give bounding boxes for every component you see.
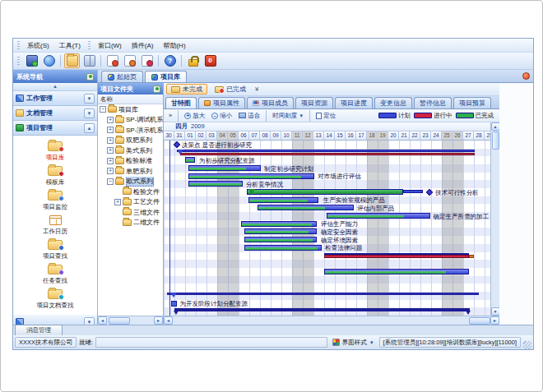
gantt-milestone-mark[interactable] — [174, 141, 180, 148]
gantt-tri-mark[interactable] — [177, 150, 183, 154]
tree-expand-plus-icon[interactable]: + — [107, 168, 114, 174]
gantt-horizontal-scrollbar[interactable]: ◄ ► — [164, 316, 499, 325]
tree-expand-plus-icon[interactable]: + — [107, 137, 114, 144]
gantt-bar-task[interactable] — [258, 205, 354, 210]
gantt-bar-task[interactable] — [185, 157, 195, 163]
gantt-tri-mark[interactable] — [170, 293, 177, 297]
chevron-down-icon[interactable]: ▼ — [84, 108, 95, 118]
sidebar-group-0[interactable]: 工作管理▼ — [13, 91, 97, 106]
tree-item[interactable]: 三维文件 — [98, 207, 163, 218]
sidebar-item-2[interactable]: 项目监控 — [16, 189, 94, 211]
scroll-thumb[interactable] — [469, 317, 490, 325]
gantt-vertical-scrollbar[interactable]: ▲ ▼ — [490, 122, 499, 316]
chevron-down-icon[interactable]: ▼ — [84, 94, 95, 104]
gantt-bar-plan[interactable] — [403, 190, 422, 193]
gantt-down-arrow-mark[interactable] — [248, 189, 255, 195]
locate-button[interactable]: 定位 — [313, 110, 338, 121]
tree-item[interactable]: +工艺文件 — [98, 197, 163, 208]
scroll-thumb[interactable] — [492, 131, 499, 150]
gantt-bar-summary[interactable] — [174, 308, 470, 311]
view-tab-7[interactable]: 项目预算 — [453, 97, 491, 108]
gantt-bar-done[interactable] — [247, 189, 403, 195]
sidebar-item-4[interactable]: 项目查找 — [16, 238, 94, 261]
tree-item[interactable]: −项目库 — [98, 104, 163, 115]
menu-item-0[interactable]: 系统(S) — [22, 40, 54, 51]
gantt-bar-task[interactable] — [241, 221, 317, 227]
zoom-out-button[interactable]: - 缩小 — [209, 110, 234, 121]
sidebar-item-0[interactable]: 项目库 — [16, 140, 94, 162]
view-tab-4[interactable]: 项目进度 — [335, 97, 373, 108]
windows-button[interactable] — [81, 53, 97, 68]
zoom-in-button[interactable]: + 放大 — [182, 110, 207, 121]
gantt-bar-task[interactable] — [188, 165, 261, 171]
tree-horizontal-scrollbar[interactable]: ◄ ► — [98, 316, 163, 325]
tree-item[interactable]: 检验文件 — [98, 187, 163, 197]
gantt-bar-task[interactable] — [244, 245, 323, 251]
gantt-bar-red[interactable] — [324, 255, 469, 258]
tree-expand-plus-icon[interactable]: + — [107, 117, 114, 123]
filter-finished-button[interactable]: 已完成 — [210, 84, 251, 95]
gantt-bar-task[interactable] — [324, 269, 469, 274]
exit-button[interactable]: 0 — [202, 53, 218, 68]
view-tab-2[interactable]: 项目成员 — [247, 97, 294, 108]
gantt-bar-task[interactable] — [248, 197, 319, 203]
tab-0[interactable]: 起始页 — [101, 71, 143, 82]
help-button[interactable]: ? — [162, 53, 178, 68]
scroll-right-icon[interactable]: ► — [154, 316, 163, 325]
tree-expand-plus-icon[interactable]: + — [114, 199, 121, 205]
close-tab-icon[interactable] — [522, 72, 530, 80]
tab-1[interactable]: 项目库 — [145, 71, 187, 82]
tree-item[interactable]: +检验标准 — [98, 156, 163, 167]
scroll-up-icon[interactable]: ▲ — [491, 122, 500, 131]
scroll-left-icon[interactable]: ◄ — [164, 316, 173, 325]
scroll-down-icon[interactable]: ▼ — [491, 307, 500, 316]
ui-style-dropdown[interactable]: 界面样式 ▼ — [330, 337, 377, 348]
tree-expand-plus-icon[interactable]: + — [107, 147, 114, 154]
gantt-bar-task[interactable] — [188, 181, 243, 187]
menu-item-2[interactable]: 窗口(W) — [93, 40, 127, 51]
filter-unfinished-button[interactable]: 未完成 — [166, 84, 207, 95]
scroll-right-icon[interactable]: ► — [490, 316, 499, 325]
scroll-thumb[interactable] — [109, 317, 130, 325]
menu-item-4[interactable]: 帮助(H) — [158, 40, 190, 51]
gantt-bar-task[interactable] — [188, 173, 314, 179]
tree-expand-minus-icon[interactable]: − — [107, 178, 114, 185]
report-delete-button[interactable] — [139, 53, 155, 68]
gantt-bar-task[interactable] — [327, 213, 430, 219]
tree-item[interactable]: +美式系列 — [98, 145, 163, 156]
gantt-bar-task[interactable] — [244, 237, 317, 242]
filter-symbol[interactable]: ¥ — [255, 85, 258, 93]
tree-item[interactable]: +SP-演示机系 — [98, 125, 163, 136]
scroll-left-icon[interactable]: ◄ — [98, 316, 107, 325]
system-button[interactable] — [24, 53, 39, 68]
view-tab-6[interactable]: 暂停信息 — [414, 97, 452, 108]
gantt-bar-plan[interactable] — [177, 150, 476, 152]
tree-expand-plus-icon[interactable]: + — [107, 158, 114, 164]
gantt-bar-red[interactable] — [180, 153, 476, 155]
report-modify-button[interactable] — [122, 53, 137, 68]
lock-button[interactable] — [185, 53, 201, 68]
tree-item[interactable]: 二维文件 — [98, 218, 163, 228]
tree-item[interactable]: −欧式系列 — [98, 177, 163, 187]
resize-grip[interactable] — [523, 341, 531, 349]
sidebar-item-1[interactable]: 模板库 — [16, 164, 94, 187]
gantt-milestone-mark[interactable] — [426, 189, 433, 196]
sidebar-group-clipped[interactable]: ▼ — [13, 315, 97, 325]
tree-expand-minus-icon[interactable]: − — [100, 106, 106, 113]
menu-item-1[interactable]: 工具(T) — [54, 40, 86, 51]
gantt-square-mark[interactable] — [171, 301, 177, 307]
sidebar-item-3[interactable]: 工作日历 — [16, 214, 94, 236]
tree-item[interactable]: +单肥系列 — [98, 166, 163, 177]
folder-button[interactable] — [64, 53, 80, 68]
sidebar-collapse-strip[interactable]: ▲ — [13, 83, 97, 91]
pin-icon[interactable] — [153, 85, 160, 93]
sidebar-item-6[interactable]: 项目文档查找 — [16, 288, 94, 310]
view-tab-1[interactable]: 项目属性 — [198, 97, 245, 108]
fit-button[interactable]: 适合 — [236, 110, 262, 121]
view-tab-3[interactable]: 项目资源 — [295, 97, 333, 108]
chevron-down-icon[interactable]: ▼ — [84, 317, 95, 325]
view-tab-5[interactable]: 变更信息 — [374, 97, 412, 108]
toolbar-overflow-button[interactable]: » — [166, 110, 174, 121]
timescale-dropdown[interactable]: 时间刻度 ▼ — [270, 110, 306, 121]
view-tab-0[interactable]: 甘特图 — [165, 97, 197, 108]
